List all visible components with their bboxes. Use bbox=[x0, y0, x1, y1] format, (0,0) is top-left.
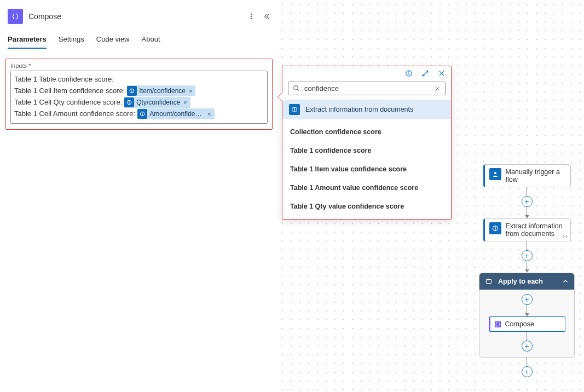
source-icon bbox=[289, 104, 300, 115]
input-text: Table 1 Cell Qty confidence score: bbox=[14, 97, 122, 108]
tab-parameters[interactable]: Parameters bbox=[8, 35, 47, 49]
token-label: Amount/confiden... bbox=[149, 108, 204, 119]
add-step-button[interactable]: + bbox=[522, 250, 533, 261]
token-icon bbox=[127, 86, 137, 96]
node-label: Extract information from documents bbox=[506, 222, 566, 238]
dynamic-token[interactable]: Qty/confidence × bbox=[124, 97, 190, 108]
panel-title: Compose bbox=[28, 12, 242, 21]
token-label: Qty/confidence bbox=[136, 97, 180, 108]
dynamic-token[interactable]: Item/confidence × bbox=[127, 85, 195, 96]
chevron-up-icon[interactable] bbox=[562, 278, 569, 285]
add-step-button[interactable]: + bbox=[522, 366, 533, 377]
compose-icon bbox=[8, 9, 23, 24]
inputs-textarea[interactable]: Table 1 Table confidence score: Table 1 … bbox=[10, 71, 268, 124]
input-text: Table 1 Cell Item confidence score: bbox=[14, 85, 125, 96]
apply-label: Apply to each bbox=[498, 278, 543, 285]
picker-header bbox=[282, 66, 451, 79]
picker-source-label: Extract information from documents bbox=[305, 106, 413, 113]
input-line: Table 1 Table confidence score: bbox=[14, 74, 264, 85]
apply-header[interactable]: Apply to each bbox=[479, 273, 574, 290]
picker-arrow bbox=[278, 93, 282, 101]
add-step-button[interactable]: + bbox=[522, 196, 533, 207]
flow-node-apply-to-each[interactable]: Apply to each + Compose + bbox=[479, 273, 575, 358]
panel-header: Compose bbox=[4, 0, 274, 31]
document-ai-icon bbox=[489, 222, 501, 234]
token-remove-icon[interactable]: × bbox=[182, 97, 188, 108]
input-line: Table 1 Cell Qty confidence score: Qty/c… bbox=[14, 97, 264, 108]
picker-search[interactable] bbox=[288, 82, 446, 95]
tab-code-view[interactable]: Code view bbox=[96, 35, 130, 49]
input-text: Table 1 Cell Amount confidence score: bbox=[14, 108, 135, 119]
tab-settings[interactable]: Settings bbox=[59, 35, 84, 49]
svg-point-9 bbox=[294, 86, 298, 90]
dynamic-content-picker: Extract information from documents Colle… bbox=[282, 66, 452, 220]
svg-rect-14 bbox=[486, 280, 491, 284]
inputs-section: Inputs * Table 1 Table confidence score:… bbox=[5, 59, 273, 130]
svg-point-0 bbox=[251, 14, 252, 15]
token-remove-icon[interactable]: × bbox=[206, 108, 212, 119]
picker-item[interactable]: Collection confidence score bbox=[282, 123, 451, 141]
loop-icon bbox=[485, 278, 493, 285]
compose-panel: Compose Parameters Settings Code view Ab… bbox=[0, 0, 278, 130]
node-label: Manually trigger a flow bbox=[506, 168, 566, 183]
close-icon[interactable] bbox=[438, 70, 446, 77]
flow-node-compose[interactable]: Compose bbox=[489, 316, 565, 332]
flow-node-extract[interactable]: Extract information from documents bbox=[483, 218, 571, 241]
compose-icon bbox=[495, 321, 501, 327]
inputs-label: Inputs * bbox=[10, 62, 268, 69]
picker-item[interactable]: Table 1 Item value confidence score bbox=[282, 160, 451, 178]
add-step-button[interactable]: + bbox=[522, 294, 533, 305]
svg-point-1 bbox=[251, 16, 252, 17]
svg-line-10 bbox=[297, 89, 299, 91]
panel-tabs: Parameters Settings Code view About bbox=[4, 31, 274, 49]
picker-item[interactable]: Table 1 Amount value confidence score bbox=[282, 178, 451, 197]
picker-item[interactable]: Table 1 Qty value confidence score bbox=[282, 197, 451, 216]
clear-search-icon[interactable] bbox=[434, 85, 441, 92]
svg-point-2 bbox=[251, 18, 252, 19]
person-icon bbox=[489, 168, 501, 180]
picker-list: Collection confidence score Table 1 conf… bbox=[282, 119, 451, 219]
expand-icon[interactable] bbox=[421, 70, 429, 77]
more-icon[interactable] bbox=[247, 13, 255, 20]
dynamic-token[interactable]: Amount/confiden... × bbox=[137, 108, 214, 119]
token-icon bbox=[124, 97, 134, 107]
flow-node-trigger[interactable]: Manually trigger a flow bbox=[483, 164, 571, 187]
picker-source-header[interactable]: Extract information from documents bbox=[282, 100, 451, 119]
svg-point-8 bbox=[408, 72, 409, 72]
input-text: Table 1 Table confidence score: bbox=[14, 74, 114, 85]
input-line: Table 1 Cell Amount confidence score: Am… bbox=[14, 108, 264, 119]
token-remove-icon[interactable]: × bbox=[188, 85, 193, 96]
collapse-icon[interactable] bbox=[263, 13, 270, 20]
search-input[interactable] bbox=[304, 84, 430, 93]
link-badge-icon bbox=[562, 234, 568, 239]
token-icon bbox=[137, 109, 147, 119]
flow-graph: Manually trigger a flow + Extract inform… bbox=[476, 164, 577, 377]
add-step-button[interactable]: + bbox=[522, 341, 533, 351]
tab-about[interactable]: About bbox=[142, 35, 160, 49]
input-line: Table 1 Cell Item confidence score: Item… bbox=[14, 85, 264, 96]
info-icon[interactable] bbox=[405, 70, 413, 77]
search-icon bbox=[293, 85, 300, 92]
token-label: Item/confidence bbox=[139, 85, 186, 96]
svg-point-12 bbox=[494, 172, 496, 174]
node-label: Compose bbox=[505, 320, 535, 328]
picker-item[interactable]: Table 1 confidence score bbox=[282, 141, 451, 160]
